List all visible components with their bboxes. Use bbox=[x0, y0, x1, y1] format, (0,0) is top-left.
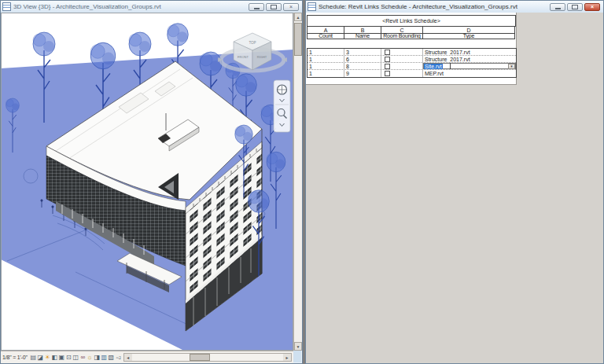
schedule-window: Schedule: Revit Links Schedule - Archite… bbox=[305, 0, 604, 364]
table-row: 1 3 Structure_2017.rvt bbox=[308, 49, 516, 56]
drawing-area-3d-view[interactable]: TOP FRONT RIGHT bbox=[1, 13, 293, 351]
restore-button[interactable] bbox=[266, 3, 282, 11]
cell-name[interactable]: 3 bbox=[344, 49, 381, 55]
schedule-data-table: 1 3 Structure_2017.rvt 1 6 Structure_201… bbox=[307, 48, 517, 78]
viewcube-top-label: TOP bbox=[249, 41, 256, 45]
cell-count[interactable]: 1 bbox=[308, 49, 344, 55]
header-count[interactable]: Count bbox=[308, 32, 344, 39]
cell-count[interactable]: 1 bbox=[308, 70, 344, 77]
close-button[interactable]: × bbox=[584, 3, 600, 11]
schedule-sheet: <Revit Links Schedule> A B C D Count Nam… bbox=[306, 13, 517, 85]
view-properties-icon[interactable]: ◨ bbox=[94, 353, 101, 362]
cell-name[interactable]: 9 bbox=[344, 70, 381, 77]
room-bounding-checkbox[interactable] bbox=[385, 71, 390, 76]
cell-count[interactable]: 1 bbox=[308, 56, 344, 62]
room-bounding-checkbox[interactable] bbox=[385, 57, 390, 62]
restore-icon bbox=[271, 5, 277, 9]
cell-room-bounding[interactable] bbox=[381, 56, 423, 62]
minimize-icon bbox=[555, 8, 561, 9]
view-control-bar: 1/8" = 1'-0" ▤ ◪ ☀ ◧ ▣ ⊡ ◫ ∞ ☼ ◨ ▥ ▧ ◅ ◄… bbox=[1, 351, 293, 363]
cell-room-bounding[interactable] bbox=[381, 70, 423, 77]
window-titlebar[interactable]: 3D View {3D} - Architecture_Visualizatio… bbox=[1, 1, 302, 13]
viewcube-right-label: RIGHT bbox=[257, 55, 267, 59]
restore-button[interactable] bbox=[567, 3, 583, 11]
reveal-hidden-icon[interactable]: ☼ bbox=[87, 353, 94, 362]
cell-room-bounding[interactable] bbox=[381, 63, 423, 69]
column-header-row: Count Name Room Bounding Type bbox=[307, 32, 515, 39]
steering-wheel-icon[interactable] bbox=[278, 85, 287, 94]
cell-name[interactable]: 8 bbox=[344, 63, 381, 69]
detail-level-icon[interactable]: ▤ bbox=[30, 353, 37, 362]
minimize-button[interactable] bbox=[249, 3, 264, 11]
schedule-window-icon bbox=[308, 2, 316, 11]
window-titlebar[interactable]: Schedule: Revit Links Schedule - Archite… bbox=[306, 1, 603, 13]
navigation-bar[interactable] bbox=[274, 80, 290, 132]
scroll-right-arrow[interactable]: ► bbox=[283, 354, 291, 361]
cell-type[interactable]: Structure_2017.rvt bbox=[423, 49, 516, 55]
header-room-bounding[interactable]: Room Bounding bbox=[381, 32, 423, 39]
cell-type[interactable]: MEP.rvt bbox=[423, 70, 516, 77]
rendering-icon[interactable]: ▣ bbox=[58, 353, 65, 362]
view-window-icon bbox=[2, 2, 11, 11]
crop-region-icon[interactable]: ◫ bbox=[72, 353, 79, 362]
horizontal-scrollbar[interactable]: ◄ ► bbox=[123, 353, 292, 362]
scroll-left-arrow[interactable]: ◄ bbox=[124, 354, 132, 361]
vertical-scroll-thumb[interactable] bbox=[294, 23, 302, 56]
crop-view-icon[interactable]: ⊡ bbox=[65, 353, 72, 362]
minimize-icon bbox=[254, 8, 260, 9]
vertical-scrollbar[interactable]: ▲ ▼ bbox=[293, 13, 302, 351]
window-title: 3D View {3D} - Architecture_Visualizatio… bbox=[13, 3, 246, 10]
cell-name[interactable]: 6 bbox=[344, 56, 381, 62]
viewcube-front-label: FRONT bbox=[238, 55, 249, 59]
3d-scene: TOP FRONT RIGHT bbox=[1, 13, 293, 351]
cell-dropdown-button[interactable]: ▾ bbox=[508, 64, 515, 69]
minimize-button[interactable] bbox=[550, 3, 565, 11]
room-bounding-checkbox[interactable] bbox=[385, 50, 390, 55]
window-title: Schedule: Revit Links Schedule - Archite… bbox=[319, 3, 547, 10]
reveal-constraints-icon[interactable]: ◅ bbox=[115, 353, 122, 362]
scale-control[interactable]: 1/8" = 1'-0" bbox=[2, 355, 28, 360]
header-name[interactable]: Name bbox=[344, 32, 381, 39]
schedule-view-area: <Revit Links Schedule> A B C D Count Nam… bbox=[306, 13, 603, 363]
text-cursor-ibeam bbox=[447, 63, 453, 69]
table-row-selected: 1 8 Site.rvt ▾ bbox=[308, 63, 516, 70]
shadows-icon[interactable]: ◧ bbox=[51, 353, 58, 362]
scroll-down-arrow[interactable]: ▼ bbox=[294, 342, 302, 351]
cell-type[interactable]: Structure_2017.rvt bbox=[423, 56, 516, 62]
view-window-3d: 3D View {3D} - Architecture_Visualizatio… bbox=[0, 0, 303, 364]
close-button[interactable]: × bbox=[283, 3, 299, 11]
horizontal-scroll-thumb[interactable] bbox=[190, 354, 210, 361]
cell-count[interactable]: 1 bbox=[308, 63, 344, 69]
cell-type-editing[interactable]: Site.rvt ▾ bbox=[423, 63, 516, 69]
room-bounding-checkbox[interactable] bbox=[385, 64, 390, 69]
schedule-title: <Revit Links Schedule> bbox=[307, 15, 516, 27]
scroll-up-arrow[interactable]: ▲ bbox=[294, 13, 302, 21]
hide-isolate-icon[interactable]: ∞ bbox=[79, 353, 87, 362]
header-type[interactable]: Type bbox=[423, 32, 515, 39]
horizontal-scroll-track[interactable] bbox=[132, 354, 283, 361]
cell-room-bounding[interactable] bbox=[381, 49, 423, 55]
restore-icon bbox=[572, 5, 578, 9]
analytical-model-icon[interactable]: ▥ bbox=[101, 353, 108, 362]
table-row: 1 6 Structure_2017.rvt bbox=[308, 56, 516, 63]
table-row: 1 9 MEP.rvt bbox=[308, 70, 516, 77]
visual-style-icon[interactable]: ◪ bbox=[37, 353, 44, 362]
displacement-sets-icon[interactable]: ▧ bbox=[108, 353, 115, 362]
sun-path-icon[interactable]: ☀ bbox=[44, 353, 51, 362]
selected-cell-text[interactable]: Site.rvt bbox=[424, 64, 443, 69]
